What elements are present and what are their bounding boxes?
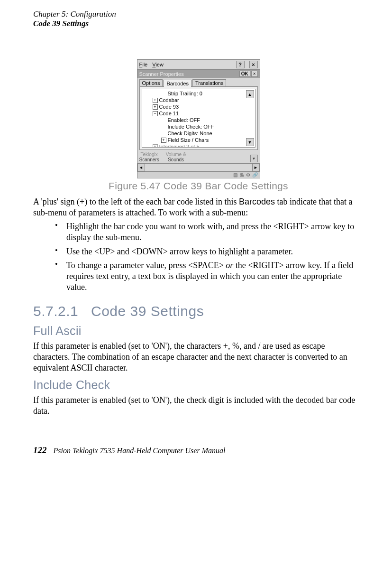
header-section: Code 39 Settings bbox=[33, 19, 364, 28]
tab-translations[interactable]: Translations bbox=[192, 79, 227, 86]
subsection-heading: Full Ascii bbox=[33, 324, 364, 338]
scroll-down-icon[interactable]: ▼ bbox=[250, 155, 258, 162]
menu-file[interactable]: File bbox=[139, 62, 148, 67]
ok-button[interactable]: OK bbox=[239, 71, 250, 77]
close-icon[interactable]: × bbox=[249, 61, 258, 68]
page-number: 122 bbox=[33, 445, 47, 456]
tray-icon: 🖶 bbox=[239, 172, 244, 177]
scroll-left-icon[interactable]: ◄ bbox=[137, 164, 145, 171]
expand-icon[interactable]: + bbox=[153, 98, 158, 103]
list-item: • To change a parameter value, press <SP… bbox=[55, 260, 364, 293]
body-paragraph: If this parameter is enabled (set to 'ON… bbox=[33, 341, 364, 373]
collapse-icon[interactable]: − bbox=[153, 111, 158, 116]
list-item: • Use the <UP> and <DOWN> arrow keys to … bbox=[55, 246, 364, 257]
expand-icon[interactable]: + bbox=[153, 144, 158, 148]
tab-barcodes[interactable]: Barcodes bbox=[164, 80, 191, 87]
help-button[interactable]: ? bbox=[236, 61, 245, 68]
tree-item[interactable]: Include Check: OFF bbox=[168, 123, 214, 130]
expand-icon[interactable]: + bbox=[161, 138, 166, 143]
expand-icon[interactable]: + bbox=[153, 104, 158, 110]
tray-icon: 🔗 bbox=[252, 172, 258, 177]
figure-caption: Figure 5.47 Code 39 Bar Code Settings bbox=[33, 180, 364, 192]
subsection-heading: Include Check bbox=[33, 378, 364, 392]
tree-item[interactable]: Enabled: OFF bbox=[168, 117, 200, 123]
system-tray: ▧ 🖶 ⚙ 🔗 bbox=[137, 171, 260, 178]
body-paragraph: A 'plus' sign (+) to the left of the eac… bbox=[33, 196, 364, 218]
tree-item[interactable]: Field Size / Chars bbox=[168, 137, 209, 143]
list-item: • Highlight the bar code you want to wor… bbox=[55, 221, 364, 243]
tab-options[interactable]: Options bbox=[139, 79, 163, 86]
footer-text: Psion Teklogix 7535 Hand-Held Computer U… bbox=[54, 447, 226, 455]
tray-icon: ▧ bbox=[233, 172, 237, 177]
menu-view[interactable]: View bbox=[152, 62, 164, 67]
taskbar-item-scanners[interactable]: Teklogix Scanners bbox=[139, 152, 159, 162]
header-chapter: Chapter 5: Configuration bbox=[33, 9, 364, 19]
taskbar-item-sounds[interactable]: Volume & Sounds bbox=[166, 152, 186, 162]
body-paragraph: If this parameter is enabled (set to 'ON… bbox=[33, 395, 364, 417]
scroll-right-icon[interactable]: ► bbox=[252, 164, 260, 171]
tree-view[interactable]: ▲ ▼ Strip Trailing: 0 +Codabar +Code 93 … bbox=[142, 89, 255, 148]
window-title: Scanner Properties bbox=[139, 71, 184, 77]
tree-item[interactable]: Codabar bbox=[159, 97, 179, 103]
scroll-up-icon[interactable]: ▲ bbox=[246, 90, 254, 98]
tray-icon: ⚙ bbox=[246, 172, 250, 177]
tree-item[interactable]: Code 11 bbox=[159, 110, 179, 117]
dialog-close-icon[interactable]: × bbox=[251, 71, 258, 77]
tree-item[interactable]: Strip Trailing: 0 bbox=[168, 90, 202, 97]
tree-item[interactable]: Code 93 bbox=[159, 103, 179, 110]
tree-item[interactable]: Check Digits: None bbox=[168, 130, 212, 137]
tree-item[interactable]: Interleaved 2 of 5 bbox=[159, 143, 200, 148]
embedded-screenshot: File View ? × Scanner Properties OK × Op… bbox=[33, 59, 364, 178]
section-heading: 5.7.2.1Code 39 Settings bbox=[33, 303, 364, 319]
